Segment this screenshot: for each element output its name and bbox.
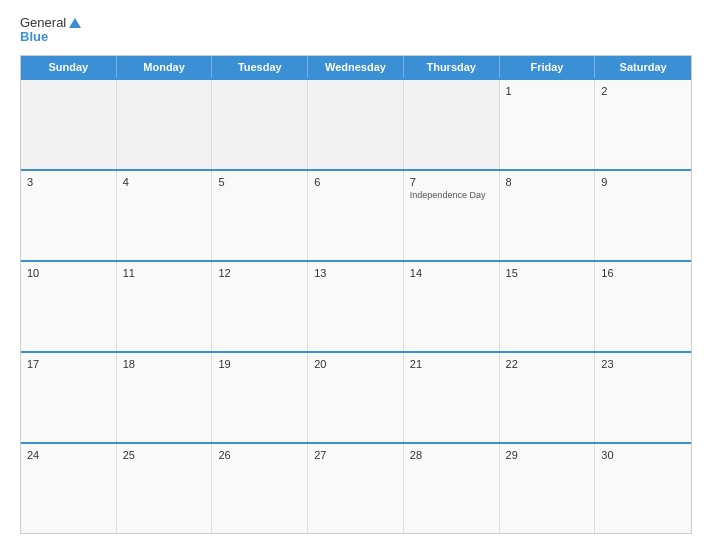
day-cell: 19 <box>212 353 308 442</box>
day-cell: 26 <box>212 444 308 533</box>
day-number: 25 <box>123 449 206 461</box>
logo-triangle-icon <box>69 18 81 28</box>
day-number: 23 <box>601 358 685 370</box>
day-number: 15 <box>506 267 589 279</box>
day-number: 6 <box>314 176 397 188</box>
day-header-tuesday: Tuesday <box>212 56 308 78</box>
week-row-2: 34567Independence Day89 <box>21 169 691 260</box>
day-cell <box>404 80 500 169</box>
day-cell: 27 <box>308 444 404 533</box>
day-number: 4 <box>123 176 206 188</box>
logo-blue-text: Blue <box>20 30 48 44</box>
day-cell: 11 <box>117 262 213 351</box>
day-number: 19 <box>218 358 301 370</box>
week-row-5: 24252627282930 <box>21 442 691 533</box>
day-header-monday: Monday <box>117 56 213 78</box>
day-cell: 18 <box>117 353 213 442</box>
day-cell: 8 <box>500 171 596 260</box>
day-cell <box>308 80 404 169</box>
day-number: 28 <box>410 449 493 461</box>
day-number: 13 <box>314 267 397 279</box>
day-number: 12 <box>218 267 301 279</box>
day-number: 7 <box>410 176 493 188</box>
logo-general-text: General <box>20 16 66 30</box>
day-number: 20 <box>314 358 397 370</box>
day-event: Independence Day <box>410 190 493 200</box>
day-cell: 14 <box>404 262 500 351</box>
day-headers-row: SundayMondayTuesdayWednesdayThursdayFrid… <box>21 56 691 78</box>
day-header-friday: Friday <box>500 56 596 78</box>
day-number: 16 <box>601 267 685 279</box>
logo: General Blue <box>20 16 81 45</box>
day-cell: 1 <box>500 80 596 169</box>
day-number: 14 <box>410 267 493 279</box>
day-cell: 24 <box>21 444 117 533</box>
day-cell: 28 <box>404 444 500 533</box>
day-cell: 15 <box>500 262 596 351</box>
day-cell: 4 <box>117 171 213 260</box>
day-cell: 29 <box>500 444 596 533</box>
day-number: 26 <box>218 449 301 461</box>
day-cell: 2 <box>595 80 691 169</box>
week-row-3: 10111213141516 <box>21 260 691 351</box>
day-number: 30 <box>601 449 685 461</box>
day-cell <box>212 80 308 169</box>
week-row-4: 17181920212223 <box>21 351 691 442</box>
day-number: 1 <box>506 85 589 97</box>
day-number: 29 <box>506 449 589 461</box>
day-number: 3 <box>27 176 110 188</box>
day-cell: 7Independence Day <box>404 171 500 260</box>
day-number: 9 <box>601 176 685 188</box>
day-cell: 6 <box>308 171 404 260</box>
day-cell: 21 <box>404 353 500 442</box>
day-cell: 5 <box>212 171 308 260</box>
weeks-container: 1234567Independence Day89101112131415161… <box>21 78 691 533</box>
day-cell: 30 <box>595 444 691 533</box>
day-number: 18 <box>123 358 206 370</box>
day-number: 24 <box>27 449 110 461</box>
day-cell: 12 <box>212 262 308 351</box>
day-cell <box>117 80 213 169</box>
week-row-1: 12 <box>21 78 691 169</box>
day-number: 21 <box>410 358 493 370</box>
day-header-thursday: Thursday <box>404 56 500 78</box>
day-cell: 13 <box>308 262 404 351</box>
calendar-header: General Blue <box>20 16 692 45</box>
calendar-grid: SundayMondayTuesdayWednesdayThursdayFrid… <box>20 55 692 534</box>
day-header-saturday: Saturday <box>595 56 691 78</box>
day-cell: 16 <box>595 262 691 351</box>
day-cell: 20 <box>308 353 404 442</box>
day-cell: 23 <box>595 353 691 442</box>
day-number: 22 <box>506 358 589 370</box>
day-cell: 9 <box>595 171 691 260</box>
day-number: 5 <box>218 176 301 188</box>
day-cell: 10 <box>21 262 117 351</box>
day-header-wednesday: Wednesday <box>308 56 404 78</box>
day-number: 17 <box>27 358 110 370</box>
day-header-sunday: Sunday <box>21 56 117 78</box>
day-number: 27 <box>314 449 397 461</box>
day-cell: 17 <box>21 353 117 442</box>
day-number: 8 <box>506 176 589 188</box>
calendar-page: General Blue SundayMondayTuesdayWednesda… <box>0 0 712 550</box>
day-number: 2 <box>601 85 685 97</box>
day-cell: 22 <box>500 353 596 442</box>
day-cell <box>21 80 117 169</box>
day-cell: 3 <box>21 171 117 260</box>
day-number: 10 <box>27 267 110 279</box>
day-cell: 25 <box>117 444 213 533</box>
day-number: 11 <box>123 267 206 279</box>
